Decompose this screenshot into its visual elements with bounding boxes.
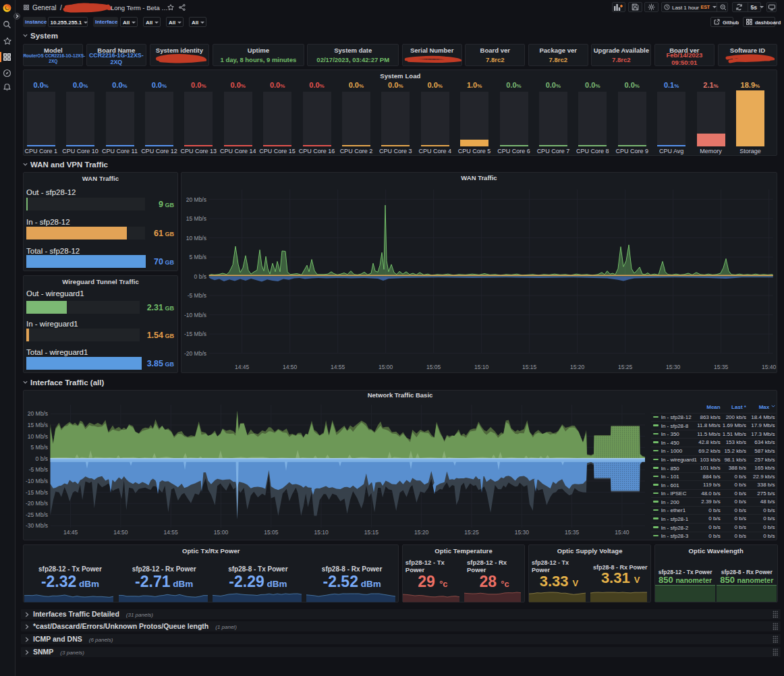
svg-text:15:25: 15:25	[618, 364, 633, 370]
svg-text:10 Mb/s: 10 Mb/s	[28, 433, 48, 440]
svg-text:-5 Mb/s: -5 Mb/s	[29, 467, 48, 474]
svg-text:-10 Mb/s: -10 Mb/s	[26, 478, 48, 484]
svg-text:15:40: 15:40	[615, 529, 630, 536]
svg-text:15:15: 15:15	[522, 364, 537, 370]
svg-text:15:05: 15:05	[264, 529, 279, 536]
svg-text:15 Mb/s: 15 Mb/s	[186, 215, 206, 222]
svg-text:15:00: 15:00	[379, 364, 393, 370]
svg-text:-20 Mb/s: -20 Mb/s	[26, 500, 48, 507]
svg-text:14:45: 14:45	[63, 529, 78, 536]
svg-text:-15 Mb/s: -15 Mb/s	[184, 331, 206, 337]
svg-text:5 Mb/s: 5 Mb/s	[31, 444, 49, 451]
svg-text:15 Mb/s: 15 Mb/s	[28, 422, 48, 428]
svg-text:15:30: 15:30	[666, 364, 681, 370]
svg-text:14:55: 14:55	[331, 364, 345, 370]
svg-text:15:15: 15:15	[364, 529, 379, 536]
svg-text:14:50: 14:50	[283, 364, 298, 370]
svg-text:15:30: 15:30	[515, 529, 530, 536]
svg-text:-25 Mb/s: -25 Mb/s	[26, 511, 48, 518]
svg-text:20 Mb/s: 20 Mb/s	[28, 411, 48, 418]
svg-text:15:35: 15:35	[714, 364, 729, 370]
svg-text:10 Mb/s: 10 Mb/s	[186, 235, 206, 242]
svg-text:15:35: 15:35	[565, 529, 580, 536]
svg-text:14:50: 14:50	[114, 529, 129, 536]
svg-text:5 Mb/s: 5 Mb/s	[190, 254, 207, 260]
svg-text:-15 Mb/s: -15 Mb/s	[26, 489, 48, 496]
svg-text:WAN Traffic: WAN Traffic	[461, 174, 497, 181]
svg-text:20 Mb/s: 20 Mb/s	[186, 196, 206, 203]
svg-text:-10 Mb/s: -10 Mb/s	[184, 312, 206, 318]
svg-text:15:20: 15:20	[570, 364, 585, 370]
svg-text:15:00: 15:00	[214, 529, 229, 536]
svg-text:15:10: 15:10	[314, 529, 329, 536]
svg-text:0 b/s: 0 b/s	[194, 273, 206, 280]
svg-text:15:40: 15:40	[762, 364, 777, 370]
svg-text:15:25: 15:25	[465, 529, 480, 536]
svg-text:-20 Mb/s: -20 Mb/s	[184, 350, 206, 357]
svg-text:-5 Mb/s: -5 Mb/s	[188, 292, 206, 299]
svg-text:15:20: 15:20	[414, 529, 429, 536]
svg-text:-30 Mb/s: -30 Mb/s	[26, 523, 48, 530]
svg-text:Network Traffic Basic: Network Traffic Basic	[368, 391, 433, 399]
svg-text:14:55: 14:55	[164, 529, 179, 536]
svg-text:14:45: 14:45	[235, 364, 250, 370]
svg-text:0 b/s: 0 b/s	[36, 455, 48, 462]
svg-text:15:10: 15:10	[474, 364, 489, 370]
svg-text:15:05: 15:05	[426, 364, 441, 370]
